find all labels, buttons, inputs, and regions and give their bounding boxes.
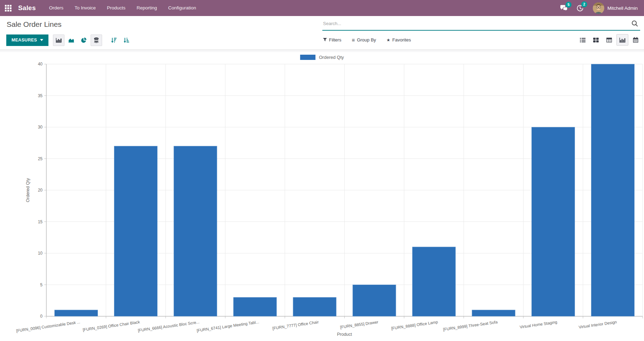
list-view-button[interactable] [577,34,589,46]
stacked-database-icon [93,37,99,43]
page-title: Sale Order Lines [7,20,62,29]
favorites-star-icon: ★ [386,38,390,42]
sort-desc-icon [111,37,117,43]
x-axis-title: Product [337,332,352,337]
bar-chart-button[interactable] [53,34,64,46]
bar[interactable] [114,146,158,316]
y-tick-label: 25 [38,156,43,161]
y-tick-label: 5 [40,282,43,287]
control-panel: Sale Order Lines MEASURES [0,16,644,50]
y-tick-label: 15 [38,219,43,224]
y-tick-label: 35 [38,93,43,98]
chart-content-area: Ordered Qty 0510152025303540[FURN_0096] … [0,50,644,341]
nav-item-to-invoice[interactable]: To Invoice [69,0,101,16]
messages-badge: 5 [566,2,572,8]
sort-asc-icon [123,37,129,43]
filters-button[interactable]: Filters [323,37,341,42]
caret-down-icon [40,39,43,41]
kanban-view-icon [593,37,599,43]
legend-color-swatch [300,55,315,60]
pie-chart-icon [81,37,87,43]
group-by-button[interactable]: ≡ Group By [352,37,376,42]
activity-clock-icon[interactable]: 2 [572,2,588,14]
x-axis-label: Virtual Home Staging [520,320,558,329]
bar[interactable] [412,247,455,316]
x-axis-label: [FURN_7777] Office Chair [272,320,319,331]
pivot-view-button[interactable] [603,34,615,46]
y-tick-label: 30 [38,125,43,130]
app-brand[interactable]: Sales [18,4,36,12]
pivot-view-icon [606,37,612,43]
graph-view-icon [619,37,626,43]
y-tick-label: 0 [40,314,43,319]
chart-type-buttons [53,34,133,46]
user-name[interactable]: Mitchell Admin [607,6,638,11]
legend-label: Ordered Qty [319,55,344,60]
sort-asc-button[interactable] [121,34,132,46]
nav-item-configuration[interactable]: Configuration [163,0,202,16]
search-magnifier-icon[interactable] [631,20,638,28]
bar-chart-icon [56,37,62,43]
x-axis-label: [FURN_0269] Office Chair Black [83,320,140,332]
y-tick-label: 20 [38,188,43,193]
graph-toolbar: MEASURES [6,34,133,46]
filter-funnel-icon [323,38,327,42]
calendar-view-button[interactable] [630,34,642,46]
graph-view-button[interactable] [616,34,628,46]
bar[interactable] [55,310,98,316]
x-axis-label: [FURN_6741] Large Meeting Tabl... [197,320,260,333]
x-axis-label: [FURN_8888] Office Lamp [391,320,438,331]
x-axis-label: [FURN_0096] Customizable Desk ... [16,320,80,333]
messages-icon[interactable]: 5 [556,3,572,14]
bar[interactable] [531,127,575,316]
y-tick-label: 40 [38,62,43,67]
x-axis-label: [FURN_6666] Acoustic Bloc Scre... [138,320,200,333]
navbar-systray: 5 2 Mitchell Admin [556,2,644,14]
area-chart-icon [68,37,74,43]
group-by-bars-icon: ≡ [352,37,355,42]
list-view-icon [580,37,586,43]
kanban-view-button[interactable] [590,34,602,46]
bar[interactable] [233,297,277,316]
user-avatar[interactable] [593,2,604,14]
search-options: Filters ≡ Group By ★ Favorites [323,34,411,46]
search-input[interactable] [322,17,628,30]
top-navbar: Sales Orders To Invoice Products Reporti… [0,0,644,16]
y-axis-title: Ordered Qty [25,178,30,202]
apps-grid-icon[interactable] [0,0,16,16]
measures-button[interactable]: MEASURES [6,34,48,46]
chart-legend-item[interactable]: Ordered Qty [300,55,344,60]
bar[interactable] [174,146,217,316]
favorites-button[interactable]: ★ Favorites [386,37,411,42]
bar[interactable] [293,297,336,316]
bar[interactable] [472,310,515,316]
x-axis-label: [FURN_8855] Drawer [340,320,378,329]
bar[interactable] [353,285,396,317]
search-bar [322,17,640,31]
line-chart-button[interactable] [66,34,77,46]
nav-item-orders[interactable]: Orders [44,0,69,16]
activities-badge: 2 [581,1,587,7]
nav-item-products[interactable]: Products [101,0,131,16]
stacked-toggle-button[interactable] [91,34,102,46]
ordered-qty-bar-chart[interactable]: 0510152025303540[FURN_0096] Customizable… [0,50,644,341]
pie-chart-button[interactable] [78,34,90,46]
x-axis-label: Virtual Interior Design [578,320,617,329]
nav-item-reporting[interactable]: Reporting [131,0,163,16]
x-axis-label: [FURN_8999] Three-Seat Sofa [443,320,498,332]
y-tick-label: 10 [38,251,43,256]
sort-desc-button[interactable] [108,34,120,46]
bar[interactable] [591,64,634,316]
view-switcher [575,34,642,46]
calendar-view-icon [632,37,639,43]
